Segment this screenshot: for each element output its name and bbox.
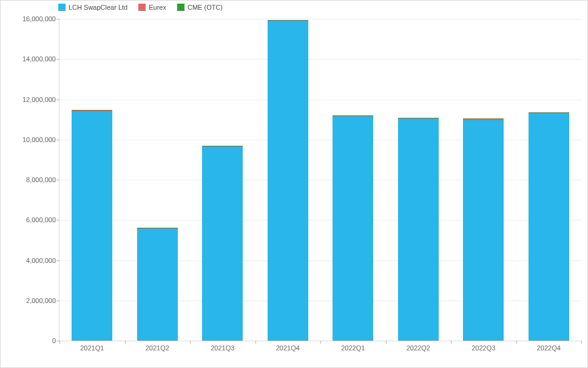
x-tick-label: 2021Q2: [146, 341, 169, 352]
legend-swatch: [58, 4, 66, 11]
bar-stack: [72, 110, 112, 341]
bar-segment[interactable]: [137, 229, 178, 341]
bar-stack: [398, 118, 439, 341]
x-tick-label: 2022Q2: [407, 341, 430, 352]
bar-stack: [463, 118, 504, 341]
y-tick-label: 16,000,000: [22, 15, 59, 22]
y-tick-label: 8,000,000: [26, 176, 59, 183]
legend-item[interactable]: CME (OTC): [177, 4, 223, 11]
x-tick-label: 2022Q1: [341, 341, 365, 352]
x-tick-mark: [255, 341, 256, 344]
y-gridline: [59, 100, 581, 100]
legend-swatch: [138, 4, 146, 11]
x-tick-mark: [386, 341, 387, 344]
bar-stack: [333, 115, 373, 341]
bar-segment[interactable]: [463, 120, 504, 341]
bar-segment[interactable]: [398, 119, 439, 341]
y-tick-label: 10,000,000: [22, 136, 59, 143]
x-tick-mark: [320, 341, 321, 344]
chart-frame: LCH SwapClear LtdEurexCME (OTC) 02,000,0…: [0, 0, 588, 368]
x-tick-mark: [125, 341, 126, 344]
y-tick-label: 14,000,000: [22, 55, 59, 63]
x-tick-mark: [451, 341, 451, 344]
bar-segment[interactable]: [72, 112, 112, 341]
y-tick-label: 4,000,000: [26, 257, 59, 264]
y-tick-label: 0: [52, 337, 59, 344]
y-tick-label: 2,000,000: [26, 297, 59, 304]
legend-label: Eurex: [149, 4, 166, 11]
bar-stack: [529, 112, 569, 341]
x-tick-mark: [59, 341, 60, 344]
x-tick-mark: [190, 341, 191, 344]
bar-stack: [202, 146, 243, 341]
y-gridline: [59, 19, 581, 19]
y-gridline: [59, 59, 581, 60]
bar-segment[interactable]: [268, 21, 308, 341]
plot-area: 02,000,0004,000,0006,000,0008,000,00010,…: [59, 19, 581, 341]
x-tick-label: 2022Q3: [471, 341, 495, 352]
legend: LCH SwapClear LtdEurexCME (OTC): [58, 4, 223, 11]
x-tick-label: 2021Q1: [80, 341, 104, 352]
bar-segment[interactable]: [202, 147, 243, 341]
bar-segment[interactable]: [529, 114, 569, 341]
x-tick-mark: [581, 341, 582, 344]
x-tick-label: 2022Q4: [537, 341, 561, 352]
x-tick-label: 2021Q3: [211, 341, 234, 352]
y-tick-label: 6,000,000: [26, 216, 59, 223]
legend-label: LCH SwapClear Ltd: [69, 4, 127, 11]
legend-item[interactable]: LCH SwapClear Ltd: [58, 4, 127, 11]
legend-swatch: [177, 4, 184, 11]
y-tick-label: 12,000,000: [22, 96, 59, 103]
legend-label: CME (OTC): [188, 4, 223, 11]
bar-stack: [268, 20, 308, 341]
bar-stack: [137, 228, 178, 341]
bar-segment[interactable]: [333, 117, 373, 341]
x-tick-mark: [516, 341, 517, 344]
x-tick-label: 2021Q4: [276, 341, 300, 352]
legend-item[interactable]: Eurex: [138, 4, 166, 11]
